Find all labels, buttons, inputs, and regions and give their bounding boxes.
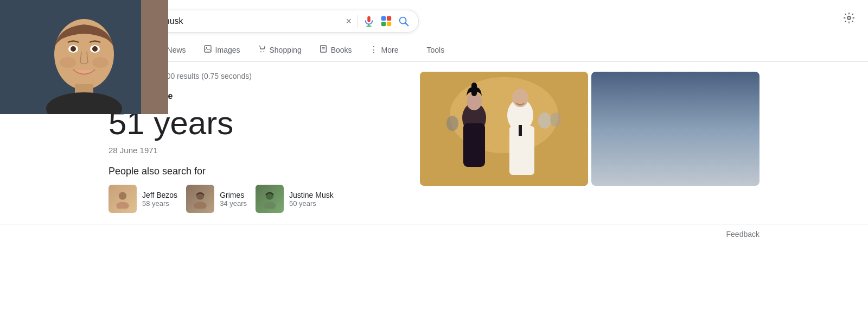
avatar-jeff-bezos <box>108 185 137 213</box>
feedback-bar: Feedback <box>0 224 868 244</box>
svg-point-17 <box>206 47 207 48</box>
person-card-justine-musk[interactable]: Justine Musk 50 years <box>256 185 334 213</box>
lens-icon[interactable] <box>380 15 392 27</box>
tab-more[interactable]: ⋮ More <box>361 39 407 60</box>
tools-button[interactable]: Tools <box>418 40 454 60</box>
tab-shopping-label: Shopping <box>270 46 302 54</box>
svg-rect-0 <box>367 16 371 22</box>
person-info-grimes: Grimes 34 years <box>220 191 247 208</box>
image-placeholder-1 <box>420 72 588 186</box>
person-name-grimes: Grimes <box>220 191 247 199</box>
svg-point-9 <box>847 16 851 20</box>
image-placeholder-2 <box>591 72 760 186</box>
tab-news-label: News <box>167 46 186 54</box>
people-also-search-heading: People also search for <box>108 166 398 177</box>
search-divider <box>357 15 358 28</box>
shopping-tab-icon <box>258 45 266 55</box>
svg-rect-4 <box>387 16 391 21</box>
svg-rect-34 <box>471 83 477 96</box>
images-tab-icon <box>203 45 212 55</box>
svg-rect-5 <box>381 22 386 26</box>
feedback-link[interactable]: Feedback <box>726 230 760 238</box>
avatar-placeholder-jeff-bezos <box>108 185 137 213</box>
avatar-placeholder-justine-musk <box>256 185 284 213</box>
svg-point-19 <box>263 51 264 52</box>
svg-rect-3 <box>381 16 386 21</box>
tab-books[interactable]: Books <box>310 39 361 61</box>
main-content: About 38,30,00,000 results (0.75 seconds… <box>0 62 868 224</box>
svg-point-28 <box>263 202 276 209</box>
svg-line-8 <box>405 23 408 26</box>
person-info-jeff-bezos: Jeff Bezos 58 years <box>142 191 177 208</box>
tab-books-label: Books <box>331 46 352 54</box>
elon-musk-image-2[interactable] <box>591 72 760 186</box>
person-age-jeff-bezos: 58 years <box>142 199 177 208</box>
svg-point-26 <box>194 202 206 209</box>
avatar-justine-musk <box>256 185 284 213</box>
tools-label: Tools <box>427 46 445 54</box>
books-tab-icon <box>319 45 328 55</box>
clear-icon[interactable]: × <box>346 16 352 27</box>
people-cards: Jeff Bezos 58 years Grimes <box>108 185 398 213</box>
svg-rect-33 <box>463 123 485 167</box>
avatar-grimes <box>186 185 214 213</box>
tab-more-label: More <box>381 46 399 54</box>
person-age-justine-musk: 50 years <box>289 199 334 208</box>
tab-shopping[interactable]: Shopping <box>249 39 310 61</box>
birth-date: 28 June 1971 <box>108 146 398 155</box>
tab-images[interactable]: Images <box>195 39 249 61</box>
svg-rect-38 <box>519 125 522 136</box>
person-age-grimes: 34 years <box>220 199 247 208</box>
svg-rect-16 <box>205 46 211 52</box>
svg-point-18 <box>260 51 261 52</box>
person-card-jeff-bezos[interactable]: Jeff Bezos 58 years <box>108 185 177 213</box>
person-info-justine-musk: Justine Musk 50 years <box>289 191 334 208</box>
svg-point-41 <box>446 116 458 131</box>
elon-musk-image-1[interactable] <box>420 72 588 186</box>
svg-point-36 <box>512 89 528 107</box>
tab-images-label: Images <box>215 46 240 54</box>
avatar-placeholder-grimes <box>186 185 214 213</box>
person-name-jeff-bezos: Jeff Bezos <box>142 191 177 199</box>
search-button[interactable] <box>398 15 410 27</box>
person-card-grimes[interactable]: Grimes 34 years <box>186 185 247 213</box>
svg-point-40 <box>550 112 561 127</box>
svg-point-23 <box>119 192 126 199</box>
right-column-images <box>420 72 760 213</box>
mic-icon[interactable] <box>363 15 375 27</box>
person-name-justine-musk: Justine Musk <box>289 191 334 199</box>
settings-icon[interactable] <box>843 12 855 27</box>
more-tab-icon: ⋮ <box>369 45 378 55</box>
svg-point-24 <box>116 202 129 209</box>
svg-point-39 <box>538 112 551 129</box>
svg-rect-6 <box>387 22 391 26</box>
